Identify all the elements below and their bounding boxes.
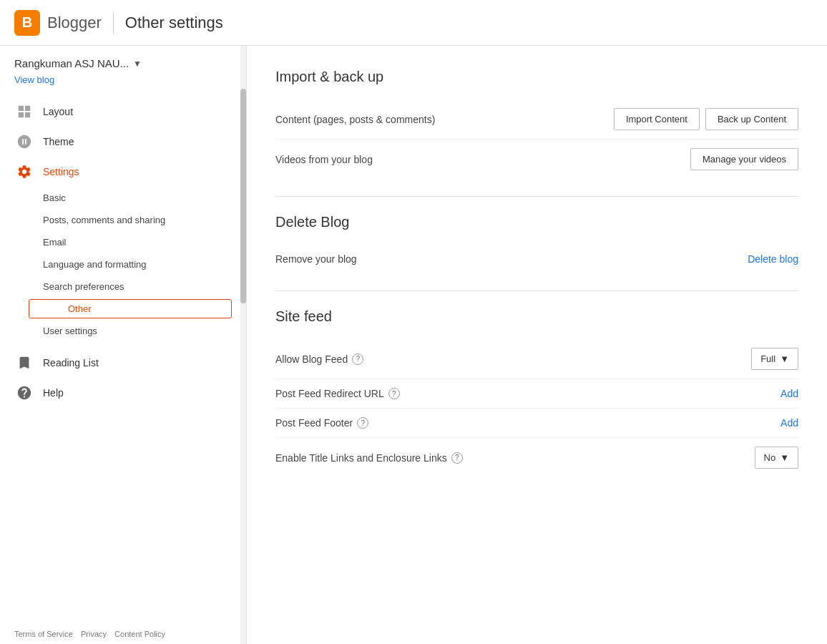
enable-title-links-actions: No ▼ bbox=[755, 447, 799, 469]
site-feed-section: Site feed Allow Blog Feed ? Full ▼ Post … bbox=[275, 308, 798, 477]
post-feed-redirect-actions: Add bbox=[780, 388, 798, 399]
post-feed-redirect-add-button[interactable]: Add bbox=[780, 388, 798, 399]
divider-2 bbox=[275, 291, 798, 291]
page-title: Other settings bbox=[125, 14, 223, 32]
settings-icon bbox=[14, 164, 34, 180]
divider-1 bbox=[275, 196, 798, 197]
layout-icon bbox=[14, 104, 34, 119]
bookmark-icon bbox=[14, 355, 34, 371]
view-blog-link[interactable]: View blog bbox=[14, 74, 54, 85]
import-backup-section: Import & back up Content (pages, posts &… bbox=[275, 69, 798, 179]
delete-blog-button[interactable]: Delete blog bbox=[748, 253, 798, 265]
sidebar-item-settings[interactable]: Settings bbox=[0, 157, 246, 187]
sidebar-item-help[interactable]: Help bbox=[0, 378, 246, 408]
content-backup-actions: Import Content Back up Content bbox=[614, 108, 798, 130]
sidebar-item-theme[interactable]: Theme bbox=[0, 127, 246, 157]
chevron-down-icon: ▼ bbox=[780, 452, 789, 463]
site-feed-title: Site feed bbox=[275, 308, 798, 325]
import-backup-title: Import & back up bbox=[275, 69, 798, 85]
allow-blog-feed-row: Allow Blog Feed ? Full ▼ bbox=[275, 339, 798, 379]
post-feed-footer-actions: Add bbox=[780, 417, 798, 429]
post-feed-redirect-row: Post Feed Redirect URL ? Add bbox=[275, 379, 798, 409]
sidebar-item-layout-label: Layout bbox=[43, 106, 73, 117]
chevron-down-icon: ▼ bbox=[133, 59, 142, 69]
enable-title-links-row: Enable Title Links and Enclosure Links ?… bbox=[275, 438, 798, 477]
theme-icon bbox=[14, 134, 34, 150]
delete-blog-title: Delete Blog bbox=[275, 214, 798, 230]
post-feed-footer-row: Post Feed Footer ? Add bbox=[275, 409, 798, 438]
videos-actions: Manage your videos bbox=[690, 148, 798, 170]
terms-link[interactable]: Terms of Service bbox=[14, 630, 73, 638]
post-feed-redirect-label: Post Feed Redirect URL ? bbox=[275, 388, 400, 399]
videos-label: Videos from your blog bbox=[275, 154, 373, 165]
sidebar-item-layout[interactable]: Layout bbox=[0, 97, 246, 127]
sidebar-nav: Layout Theme Settings bbox=[0, 91, 246, 624]
header-divider bbox=[113, 12, 114, 34]
sub-nav-other[interactable]: Other bbox=[29, 299, 232, 318]
allow-blog-feed-label: Allow Blog Feed ? bbox=[275, 353, 363, 365]
app-name: Blogger bbox=[47, 14, 102, 32]
remove-blog-label: Remove your blog bbox=[275, 253, 357, 265]
post-feed-redirect-help-icon[interactable]: ? bbox=[388, 388, 400, 399]
help-label: Help bbox=[43, 387, 64, 399]
enable-title-links-dropdown[interactable]: No ▼ bbox=[755, 447, 799, 469]
post-feed-footer-add-button[interactable]: Add bbox=[780, 417, 798, 429]
videos-row: Videos from your blog Manage your videos bbox=[275, 140, 798, 179]
reading-list-label: Reading List bbox=[43, 357, 99, 369]
allow-blog-feed-dropdown[interactable]: Full ▼ bbox=[751, 348, 798, 370]
content-backup-label: Content (pages, posts & comments) bbox=[275, 114, 435, 125]
enable-title-links-label: Enable Title Links and Enclosure Links ? bbox=[275, 452, 463, 464]
post-feed-footer-label: Post Feed Footer ? bbox=[275, 417, 368, 429]
sub-nav-email[interactable]: Email bbox=[0, 231, 246, 253]
sidebar-top: Rangkuman ASJ NAU... ▼ View blog bbox=[0, 46, 246, 91]
sidebar-scrollbar-track bbox=[240, 46, 246, 644]
sub-nav-posts-comments[interactable]: Posts, comments and sharing bbox=[0, 209, 246, 231]
sidebar-scrollbar-thumb[interactable] bbox=[240, 89, 246, 303]
chevron-down-icon: ▼ bbox=[780, 353, 789, 364]
content-backup-row: Content (pages, posts & comments) Import… bbox=[275, 99, 798, 140]
enable-title-links-help-icon[interactable]: ? bbox=[451, 452, 463, 464]
allow-blog-feed-help-icon[interactable]: ? bbox=[352, 353, 363, 365]
blogger-logo: B bbox=[14, 10, 40, 36]
sub-nav-search-pref[interactable]: Search preferences bbox=[0, 275, 246, 298]
blog-name: Rangkuman ASJ NAU... bbox=[14, 57, 129, 69]
allow-blog-feed-actions: Full ▼ bbox=[751, 348, 798, 370]
backup-content-button[interactable]: Back up Content bbox=[705, 108, 798, 130]
manage-videos-button[interactable]: Manage your videos bbox=[690, 148, 798, 170]
sidebar: Rangkuman ASJ NAU... ▼ View blog Layout bbox=[0, 46, 247, 644]
sidebar-footer-links: Terms of Service Privacy Content Policy bbox=[0, 624, 246, 644]
settings-sub-nav: Basic Posts, comments and sharing Email … bbox=[0, 187, 246, 342]
sidebar-item-reading-list[interactable]: Reading List bbox=[0, 348, 246, 378]
sub-nav-language[interactable]: Language and formatting bbox=[0, 253, 246, 275]
content-policy-link[interactable]: Content Policy bbox=[114, 630, 165, 638]
help-circle-icon bbox=[14, 385, 34, 401]
sidebar-item-theme-label: Theme bbox=[43, 136, 74, 147]
privacy-link[interactable]: Privacy bbox=[81, 630, 107, 638]
sub-nav-basic[interactable]: Basic bbox=[0, 187, 246, 209]
main-content: Import & back up Content (pages, posts &… bbox=[247, 46, 827, 644]
remove-blog-row: Remove your blog Delete blog bbox=[275, 245, 798, 273]
blog-selector[interactable]: Rangkuman ASJ NAU... ▼ bbox=[14, 57, 232, 69]
sub-nav-user-settings[interactable]: User settings bbox=[0, 320, 246, 342]
import-content-button[interactable]: Import Content bbox=[614, 108, 700, 130]
delete-blog-section: Delete Blog Remove your blog Delete blog bbox=[275, 214, 798, 273]
app-header: B Blogger Other settings bbox=[0, 0, 827, 46]
sidebar-item-settings-label: Settings bbox=[43, 166, 79, 177]
app-body: Rangkuman ASJ NAU... ▼ View blog Layout bbox=[0, 46, 827, 644]
remove-blog-actions: Delete blog bbox=[748, 253, 798, 265]
post-feed-footer-help-icon[interactable]: ? bbox=[357, 417, 368, 429]
